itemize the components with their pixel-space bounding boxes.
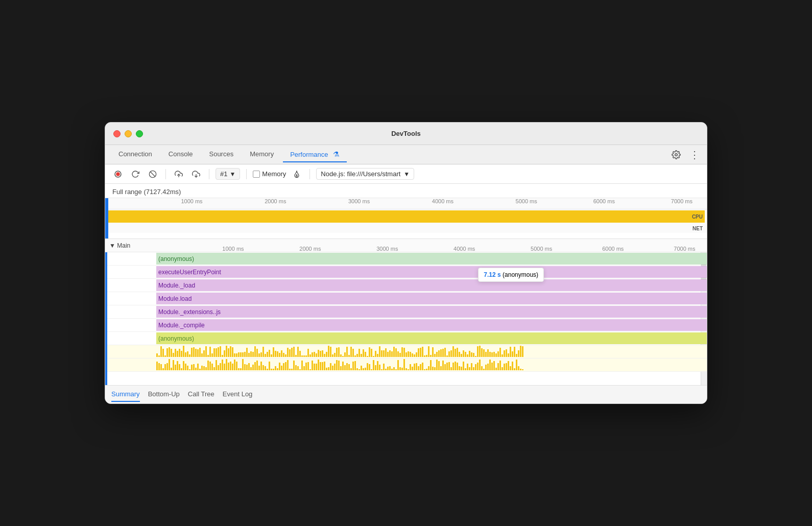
- flame-marker-4: 4000 ms: [453, 246, 475, 252]
- tab-sources[interactable]: Sources: [202, 147, 241, 162]
- record-button[interactable]: [111, 168, 125, 181]
- flame-bar-anonymous-2[interactable]: (anonymous): [156, 332, 707, 344]
- tab-connection[interactable]: Connection: [111, 147, 159, 162]
- flame-tooltip: 7.12 s (anonymous): [478, 268, 544, 282]
- divider-3: [246, 169, 247, 179]
- toolbar: #1 ▼ Memory Node.js: file:///Users/stmar…: [105, 164, 707, 184]
- time-marker-3: 3000 ms: [348, 198, 370, 204]
- flame-bar-module-load2[interactable]: Module.load: [156, 293, 707, 304]
- main-content: Full range (7127.42ms) 1000 ms 2000 ms 3…: [105, 184, 707, 403]
- maximize-button[interactable]: [136, 130, 143, 137]
- flame-icon[interactable]: [290, 168, 303, 181]
- time-marker-7: 7000 ms: [671, 198, 692, 204]
- time-marker-1: 1000 ms: [181, 198, 202, 204]
- svg-point-2: [116, 172, 120, 176]
- session-dropdown-icon: ▼: [229, 171, 235, 178]
- svg-point-0: [675, 153, 678, 156]
- flame-section: ▼ Main 1000 ms 2000 ms 3000 ms 4000 ms 5…: [105, 239, 707, 385]
- session-label: #1: [220, 170, 227, 178]
- minimize-button[interactable]: [125, 130, 132, 137]
- traffic-lights: [113, 130, 143, 137]
- tab-memory[interactable]: Memory: [243, 147, 281, 162]
- table-row: Module._compile: [105, 319, 707, 332]
- mini-bars-1: // Will be generated by JS below: [156, 345, 701, 358]
- flame-marker-5: 5000 ms: [531, 246, 552, 252]
- title-bar: DevTools: [105, 123, 707, 145]
- flame-rows: (anonymous) executeUserEntryPoint 7.12 s…: [105, 252, 707, 385]
- bottom-tabs: Summary Bottom-Up Call Tree Event Log: [105, 385, 707, 403]
- time-marker-5: 5000 ms: [516, 198, 537, 204]
- refresh-button[interactable]: [129, 168, 142, 181]
- time-marker-2: 2000 ms: [265, 198, 286, 204]
- flame-marker-7: 7000 ms: [674, 246, 695, 252]
- tab-performance[interactable]: Performance ⚗: [283, 147, 347, 162]
- divider-1: [165, 169, 166, 179]
- mini-bars-2: [156, 358, 701, 371]
- memory-check[interactable]: [253, 171, 260, 178]
- download-button[interactable]: [189, 168, 203, 181]
- tooltip-time: 7.12 s: [484, 271, 500, 278]
- clear-button[interactable]: [146, 168, 159, 181]
- target-label: Node.js: file:///Users/stmart: [321, 170, 400, 178]
- table-row: (anonymous): [105, 332, 707, 345]
- flame-marker-2: 2000 ms: [299, 246, 321, 252]
- tab-event-log[interactable]: Event Log: [223, 387, 253, 402]
- flame-bar-module-load[interactable]: Module._load: [156, 279, 707, 291]
- left-indicator: [105, 198, 108, 238]
- flame-bar-execute[interactable]: executeUserEntryPoint: [156, 266, 707, 278]
- svg-line-4: [150, 172, 155, 176]
- tab-bar-actions: ⋮: [670, 149, 701, 161]
- devtools-window: DevTools Connection Console Sources Memo…: [105, 122, 707, 404]
- tab-call-tree[interactable]: Call Tree: [188, 387, 214, 402]
- tab-bar: Connection Console Sources Memory Perfor…: [105, 145, 707, 164]
- table-row: Module._extensions..js: [105, 305, 707, 319]
- net-bar-container: NET: [105, 224, 707, 233]
- table-row: Module._load: [105, 279, 707, 292]
- table-row: (anonymous): [105, 252, 707, 266]
- tab-summary[interactable]: Summary: [111, 387, 140, 402]
- flame-left-indicator: [105, 252, 107, 385]
- flame-bar-module-compile[interactable]: Module._compile: [156, 319, 707, 331]
- flame-marker-6: 6000 ms: [602, 246, 624, 252]
- close-button[interactable]: [113, 130, 121, 137]
- flame-bar-anonymous-1[interactable]: (anonymous): [156, 253, 707, 265]
- tabs-container: Connection Console Sources Memory Perfor…: [111, 147, 670, 162]
- flame-ruler: ▼ Main 1000 ms 2000 ms 3000 ms 4000 ms 5…: [105, 239, 707, 252]
- settings-icon[interactable]: [670, 149, 682, 161]
- cpu-bar-container: CPU: [105, 209, 707, 224]
- window-title: DevTools: [391, 130, 421, 137]
- mini-bars-row-2: [105, 358, 707, 372]
- flame-bar-module-extensions[interactable]: Module._extensions..js: [156, 306, 707, 318]
- time-marker-6: 6000 ms: [593, 198, 615, 204]
- memory-label: Memory: [262, 170, 286, 178]
- more-icon[interactable]: ⋮: [688, 149, 701, 161]
- divider-2: [209, 169, 209, 179]
- upload-button[interactable]: [172, 168, 185, 181]
- target-dropdown-icon: ▼: [403, 171, 410, 178]
- target-select[interactable]: Node.js: file:///Users/stmart ▼: [316, 168, 414, 180]
- net-label: NET: [692, 226, 703, 231]
- cpu-bar: [107, 210, 705, 223]
- tooltip-func: (anonymous): [503, 271, 538, 278]
- session-select[interactable]: #1 ▼: [216, 168, 240, 180]
- time-marker-4: 4000 ms: [432, 198, 453, 204]
- full-range-label: Full range (7127.42ms): [105, 184, 707, 198]
- mini-bars-row-1: // Will be generated by JS below: [105, 345, 707, 358]
- memory-checkbox[interactable]: Memory: [253, 170, 286, 178]
- flame-marker-1: 1000 ms: [222, 246, 244, 252]
- table-row: executeUserEntryPoint 7.12 s (anonymous): [105, 266, 707, 279]
- flame-marker-3: 3000 ms: [376, 246, 398, 252]
- main-section-label: ▼ Main: [105, 242, 156, 249]
- divider-4: [309, 169, 310, 179]
- table-row: Module.load: [105, 292, 707, 305]
- cpu-label: CPU: [692, 214, 703, 220]
- tab-console[interactable]: Console: [161, 147, 200, 162]
- tab-bottom-up[interactable]: Bottom-Up: [148, 387, 180, 402]
- timeline-overview[interactable]: 1000 ms 2000 ms 3000 ms 4000 ms 5000 ms …: [105, 198, 707, 239]
